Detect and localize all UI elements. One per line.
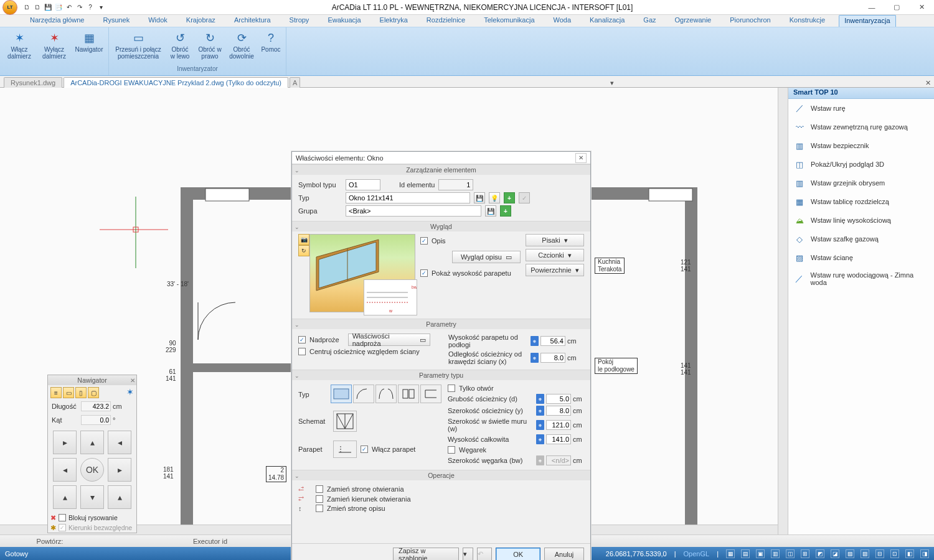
tab-rozdzielnice[interactable]: Rozdzielnice bbox=[422, 15, 470, 27]
tabs-dropdown-icon[interactable]: ▾ bbox=[606, 79, 618, 87]
parapet-picker[interactable] bbox=[333, 441, 357, 458]
swap-dir-icon[interactable]: ⥂ bbox=[298, 495, 312, 503]
swap-side-icon[interactable]: ⥄ bbox=[298, 485, 312, 493]
wintype-4[interactable] bbox=[398, 385, 419, 403]
save-template-button[interactable]: Zapisz w szablonie bbox=[393, 548, 459, 561]
type-save-icon[interactable]: 💾 bbox=[474, 192, 485, 203]
nav-length-input[interactable] bbox=[81, 401, 111, 411]
btn-obroc-lewo[interactable]: ↺ Obróć w lewo bbox=[166, 29, 194, 60]
lintel-checkbox[interactable]: ✓ bbox=[298, 336, 306, 343]
sb-icon-6[interactable]: ⊞ bbox=[801, 549, 809, 558]
qat-help-icon[interactable]: ? bbox=[86, 3, 95, 12]
nav-arrow-sw[interactable]: ▴ bbox=[53, 485, 77, 509]
lock-icon[interactable]: ⎈ bbox=[531, 353, 539, 363]
sb-icon-9[interactable]: ▧ bbox=[846, 549, 854, 558]
nav-angle-input[interactable] bbox=[81, 415, 111, 425]
smart-item-6[interactable]: ⛰Wstaw linię wysokościową bbox=[788, 211, 934, 230]
sb-icon-12[interactable]: ⊡ bbox=[890, 549, 899, 558]
tab-krajobraz[interactable]: Krajobraz bbox=[181, 15, 220, 27]
nav-lock-draw[interactable]: ✖Blokuj rysowanie bbox=[48, 513, 136, 523]
group-input[interactable] bbox=[346, 205, 481, 217]
qat-dropdown-icon[interactable]: ▾ bbox=[97, 3, 105, 12]
vertical-scrollbar[interactable] bbox=[778, 88, 788, 534]
sb-icon-2[interactable]: ▤ bbox=[741, 549, 750, 558]
sb-icon-13[interactable]: ◧ bbox=[905, 549, 914, 558]
smart-item-9[interactable]: ／Wstaw rurę wodociągową - Zimna woda bbox=[788, 267, 934, 291]
tab-elektryka[interactable]: Elektryka bbox=[375, 15, 413, 27]
wall-width-input[interactable] bbox=[546, 420, 571, 430]
nav-arrow-s[interactable]: ▾ bbox=[80, 485, 104, 509]
wintype-3[interactable] bbox=[375, 385, 397, 403]
tab-piorunochron[interactable]: Piorunochron bbox=[725, 15, 775, 27]
doc-tab-1[interactable]: Rysunek1.dwg bbox=[4, 77, 62, 88]
qat-undo-icon[interactable]: ↶ bbox=[65, 3, 73, 12]
lock-icon[interactable]: ⎈ bbox=[536, 434, 544, 444]
chevron-down-icon[interactable]: ⌄ bbox=[295, 371, 300, 381]
sb-icon-8[interactable]: ◪ bbox=[831, 549, 839, 558]
nav-arrow-se[interactable]: ▴ bbox=[108, 485, 131, 509]
nav-tb-4[interactable]: ▢ bbox=[88, 387, 99, 398]
sb-icon-10[interactable]: ▨ bbox=[861, 549, 869, 558]
cancel-button[interactable]: Anuluj bbox=[544, 548, 584, 561]
maximize-button[interactable]: ▢ bbox=[884, 0, 909, 15]
btn-obroc-prawo[interactable]: ↻ Obróć w prawo bbox=[195, 29, 225, 60]
qat-new2-icon[interactable]: 🗋 bbox=[33, 3, 42, 12]
op-swap-side-checkbox[interactable] bbox=[316, 485, 323, 493]
ok-button[interactable]: OK bbox=[496, 548, 540, 561]
preview-refresh-icon[interactable]: ↻ bbox=[298, 245, 309, 256]
lintel-props-button[interactable]: Właściwości nadproża ▭ bbox=[348, 334, 430, 346]
center-frame-checkbox[interactable] bbox=[298, 348, 306, 355]
bluetooth-icon[interactable]: ✶ bbox=[126, 387, 134, 398]
app-icon[interactable]: LT bbox=[2, 0, 17, 15]
smart-item-7[interactable]: ◇Wstaw szafkę gazową bbox=[788, 230, 934, 248]
sb-icon-3[interactable]: ▣ bbox=[756, 549, 765, 558]
dialog-close-button[interactable]: ✕ bbox=[575, 153, 587, 163]
tab-narzedzia[interactable]: Narzędzia główne bbox=[25, 15, 89, 27]
chevron-down-icon[interactable]: ⌄ bbox=[295, 320, 300, 330]
tab-stropy[interactable]: Stropy bbox=[285, 15, 314, 27]
navigator-panel[interactable]: Nawigator✕ ≡ ▭ ▯ ▢ ✶ Długość cm Kąt ° ▸ … bbox=[47, 375, 137, 533]
sb-icon-14[interactable]: ◨ bbox=[920, 549, 929, 558]
tab-rysunek[interactable]: Rysunek bbox=[98, 15, 134, 27]
tab-woda[interactable]: Woda bbox=[549, 15, 577, 27]
tab-inwentaryzacja[interactable]: Inwentaryzacja bbox=[839, 15, 895, 27]
tabs-close-icon[interactable]: ✕ bbox=[923, 79, 934, 87]
wegarek-checkbox[interactable] bbox=[448, 446, 455, 454]
nav-arrow-e[interactable]: ▸ bbox=[108, 458, 131, 482]
type-bulb-icon[interactable]: 💡 bbox=[489, 192, 500, 203]
frame-thick-input[interactable] bbox=[546, 394, 571, 404]
close-button[interactable]: ✕ bbox=[909, 0, 934, 15]
parapet-height-input[interactable] bbox=[540, 336, 565, 346]
nav-arrow-ne[interactable]: ◂ bbox=[108, 431, 131, 454]
lock-icon[interactable]: ⎈ bbox=[536, 394, 544, 404]
minimize-button[interactable]: — bbox=[859, 0, 884, 15]
op-swap-dir-checkbox[interactable] bbox=[316, 495, 323, 503]
smart-item-5[interactable]: ▦Wstaw tablicę rozdzielczą bbox=[788, 192, 934, 211]
wintype-5[interactable] bbox=[420, 385, 441, 403]
tab-telekom[interactable]: Telekomunikacja bbox=[479, 15, 539, 27]
symbol-type-input[interactable] bbox=[346, 179, 380, 190]
fonts-dropdown[interactable]: Czcionki▾ bbox=[526, 249, 584, 261]
swap-desc-icon[interactable]: ↕ bbox=[298, 505, 312, 512]
nav-arrow-n[interactable]: ▴ bbox=[80, 431, 104, 454]
nav-tb-3[interactable]: ▯ bbox=[75, 387, 87, 398]
lock-icon[interactable]: ⎈ bbox=[531, 336, 539, 346]
qat-redo-icon[interactable]: ↷ bbox=[75, 3, 84, 12]
nav-arrow-nw[interactable]: ▸ bbox=[53, 431, 77, 454]
smart-item-4[interactable]: ▥Wstaw grzejnik obrysem bbox=[788, 174, 934, 192]
lock-icon[interactable]: ⎈ bbox=[536, 420, 544, 430]
lock-icon[interactable]: ⎈ bbox=[536, 406, 544, 416]
group-save-icon[interactable]: 💾 bbox=[485, 205, 496, 217]
opis-checkbox[interactable]: ✓ bbox=[420, 237, 428, 245]
only-hole-checkbox[interactable] bbox=[448, 385, 455, 392]
doc-tab-3[interactable]: A bbox=[290, 77, 300, 88]
nav-tb-1[interactable]: ≡ bbox=[50, 387, 62, 398]
save-template-dropdown[interactable]: ▾ bbox=[463, 548, 473, 561]
preview-camera-icon[interactable]: 📷 bbox=[298, 234, 309, 245]
status-renderer[interactable]: OpenGL bbox=[684, 550, 710, 558]
navigator-title[interactable]: Nawigator✕ bbox=[48, 375, 136, 385]
tab-ogrzewanie[interactable]: Ogrzewanie bbox=[670, 15, 717, 27]
properties-dialog[interactable]: Właściwości elementu: Okno ✕ ⌄Zarządzani… bbox=[291, 151, 591, 560]
schema-picker[interactable] bbox=[333, 411, 357, 432]
smart-item-8[interactable]: ▨Wstaw ścianę bbox=[788, 248, 934, 267]
